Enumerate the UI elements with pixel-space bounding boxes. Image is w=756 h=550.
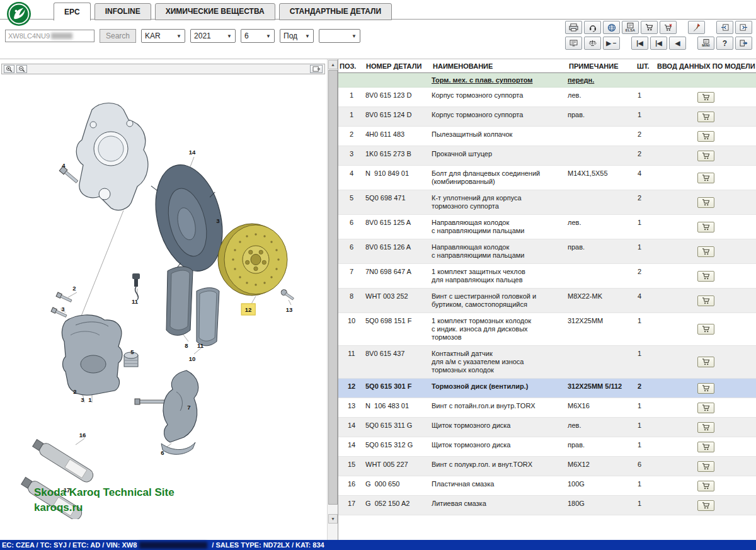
tab-infoline[interactable]: INFOLINE bbox=[94, 3, 151, 20]
add-to-cart-button[interactable] bbox=[697, 222, 714, 232]
language-button[interactable] bbox=[603, 21, 620, 34]
table-row[interactable]: 11 8V0 615 437 Контактный датчик для а/м… bbox=[338, 346, 756, 379]
measure-button[interactable] bbox=[584, 37, 601, 50]
table-row[interactable]: 3 1K0 615 273 B Прокачной штуцер 2 bbox=[338, 146, 756, 166]
table-row[interactable]: 7 7N0 698 647 A 1 комплект защитных чехл… bbox=[338, 264, 756, 289]
bolt-part-3[interactable] bbox=[51, 307, 67, 318]
exit-button[interactable] bbox=[735, 37, 752, 50]
diagram-callout-11[interactable]: 11 bbox=[197, 342, 203, 349]
diagram-callout-12[interactable]: 12 bbox=[241, 304, 256, 316]
add-to-cart-button[interactable] bbox=[697, 131, 714, 142]
pad-carrier-part[interactable] bbox=[161, 370, 198, 454]
month-select[interactable]: 6▼ bbox=[241, 29, 275, 43]
screw-part-13[interactable] bbox=[280, 289, 295, 301]
diagram-callout-16[interactable]: 16 bbox=[79, 432, 86, 438]
go-previous-button[interactable]: |◀ bbox=[650, 37, 667, 50]
table-row[interactable]: 14 5Q0 615 312 G Щиток тормозного диска … bbox=[338, 437, 756, 457]
table-row[interactable]: 17 G 052 150 A2 Литиевая смазка 180G 1 bbox=[338, 496, 756, 515]
year-select[interactable]: 2021▼ bbox=[190, 29, 236, 43]
vin-input[interactable]: XW8LC4NU9 bbox=[5, 30, 94, 42]
tab-epc[interactable]: EPC bbox=[54, 3, 91, 21]
extra-select[interactable]: ▼ bbox=[319, 29, 360, 43]
tab-standard-parts[interactable]: СТАНДАРТНЫЕ ДЕТАЛИ bbox=[279, 3, 392, 20]
add-to-cart-button[interactable] bbox=[697, 112, 714, 122]
diagram-callout-1[interactable]: 1 bbox=[88, 396, 91, 403]
steering-knuckle-part[interactable] bbox=[76, 103, 148, 210]
diagram-callout-7[interactable]: 7 bbox=[187, 404, 190, 411]
diagram-scrollbar[interactable]: ▲ ▼ bbox=[327, 59, 338, 540]
add-to-cart-button[interactable] bbox=[697, 403, 714, 413]
group-header-row[interactable]: Торм. мех. с плав. суппортом передн. bbox=[338, 73, 756, 88]
brake-disc-part[interactable] bbox=[218, 224, 287, 295]
table-row[interactable]: 6 8V0 615 126 A Направляющая колодок с н… bbox=[338, 239, 756, 264]
pin-button[interactable] bbox=[688, 21, 705, 34]
add-to-cart-button[interactable] bbox=[697, 151, 714, 161]
diagram-callout-14[interactable]: 14 bbox=[189, 149, 196, 156]
diagram-callout-3[interactable]: 3 bbox=[61, 306, 64, 312]
table-row[interactable]: 16 G 000 650 Пластичная смазка 100G 1 bbox=[338, 476, 756, 496]
table-row[interactable]: 2 4H0 611 483 Пылезащитный колпачок 2 bbox=[338, 127, 756, 146]
add-to-cart-button[interactable] bbox=[697, 271, 714, 282]
add-to-cart-button[interactable] bbox=[697, 92, 714, 103]
mini-catalog-button[interactable]: MINI bbox=[697, 37, 714, 50]
catalog-select[interactable]: KAR▼ bbox=[141, 29, 185, 43]
elsa-button[interactable]: ELSA bbox=[622, 21, 639, 34]
grease-tube-part-16[interactable] bbox=[32, 437, 96, 484]
table-row[interactable]: 4 N 910 849 01 Болт для фланцевых соедин… bbox=[338, 166, 756, 190]
support-button[interactable] bbox=[584, 21, 601, 34]
diagram-callout-13[interactable]: 13 bbox=[286, 306, 293, 313]
play-minus-button[interactable]: ▶ − bbox=[603, 37, 620, 50]
cart-remove-button[interactable] bbox=[660, 21, 677, 34]
brake-pad-outer-part[interactable] bbox=[197, 288, 219, 346]
parts-list-button[interactable] bbox=[565, 37, 582, 50]
catalog-previous-button[interactable] bbox=[716, 21, 733, 34]
table-row[interactable]: 1 8V0 615 124 D Корпус тормозного суппор… bbox=[338, 107, 756, 127]
bolt-part-4[interactable] bbox=[59, 166, 79, 184]
table-row[interactable]: 6 8V0 615 125 A Направляющая колодок с н… bbox=[338, 215, 756, 239]
add-to-cart-button[interactable] bbox=[697, 383, 714, 394]
add-to-cart-button[interactable] bbox=[697, 461, 714, 472]
wear-sensor-part[interactable] bbox=[132, 273, 140, 300]
cart-button[interactable] bbox=[641, 21, 658, 34]
table-row[interactable]: 10 5Q0 698 151 F 1 комплект тормозных ко… bbox=[338, 313, 756, 346]
brake-pad-inner-part[interactable] bbox=[166, 266, 193, 335]
add-to-cart-button[interactable] bbox=[697, 422, 714, 433]
add-to-cart-button[interactable] bbox=[697, 295, 714, 306]
go-back-button[interactable]: ◀ bbox=[669, 37, 686, 50]
diagram-callout-11[interactable]: 11 bbox=[132, 298, 138, 305]
diagram-callout-3[interactable]: 3 bbox=[81, 396, 84, 403]
table-row[interactable]: 14 5Q0 615 311 G Щиток тормозного диска … bbox=[338, 418, 756, 437]
add-to-cart-button[interactable] bbox=[697, 246, 714, 257]
caliper-housing-part[interactable] bbox=[62, 315, 122, 395]
bolt-part-2[interactable] bbox=[56, 292, 72, 303]
add-to-cart-button[interactable] bbox=[697, 481, 714, 491]
diagram-callout-4[interactable]: 4 bbox=[62, 162, 65, 169]
table-row[interactable]: 5 5Q0 698 471 К-т уплотнений для корпуса… bbox=[338, 190, 756, 215]
scroll-down-icon[interactable]: ▼ bbox=[328, 514, 338, 524]
add-to-cart-button[interactable] bbox=[697, 173, 714, 183]
tab-chemical-substances[interactable]: ХИМИЧЕСКИЕ ВЕЩЕСТВА bbox=[155, 3, 275, 20]
table-row[interactable]: 1 8V0 615 123 D Корпус тормозного суппор… bbox=[338, 88, 756, 107]
add-to-cart-button[interactable] bbox=[697, 357, 714, 367]
scrollbar-thumb[interactable] bbox=[328, 70, 338, 505]
add-to-cart-button[interactable] bbox=[697, 324, 714, 335]
table-row[interactable]: 15 WHT 005 227 Винт с полукр.гол. и внут… bbox=[338, 457, 756, 476]
catalog-next-button[interactable] bbox=[735, 21, 752, 34]
add-to-cart-button[interactable] bbox=[697, 197, 714, 208]
diagram-callout-6[interactable]: 6 bbox=[161, 449, 164, 456]
diagram-callout-8[interactable]: 8 bbox=[185, 342, 188, 349]
search-button[interactable]: Search bbox=[100, 29, 136, 43]
diagram-callout-10[interactable]: 10 bbox=[189, 355, 196, 362]
add-to-cart-button[interactable] bbox=[697, 500, 714, 511]
add-to-cart-button[interactable] bbox=[697, 442, 714, 452]
print-button[interactable] bbox=[565, 21, 582, 34]
go-first-button[interactable]: |◀ bbox=[631, 37, 648, 50]
diagram-callout-2[interactable]: 2 bbox=[73, 388, 76, 395]
help-button[interactable]: ? bbox=[716, 37, 733, 50]
table-row[interactable]: 12 5Q0 615 301 F Тормозной диск (вентили… bbox=[338, 379, 756, 398]
table-row[interactable]: 8 WHT 003 252 Винт с шестигранной головк… bbox=[338, 289, 756, 313]
model-select[interactable]: Под▼ bbox=[280, 29, 314, 43]
scroll-up-icon[interactable]: ▲ bbox=[328, 60, 338, 69]
table-row[interactable]: 13 N 106 483 01 Винт с потайн.гол.и внут… bbox=[338, 398, 756, 418]
diagram-callout-3[interactable]: 3 bbox=[216, 217, 219, 224]
